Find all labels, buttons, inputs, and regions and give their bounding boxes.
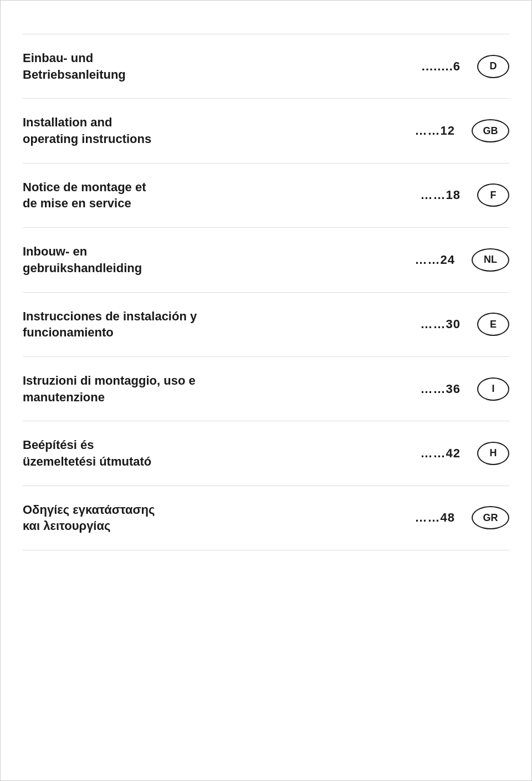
toc-badge-fr: F: [477, 183, 509, 207]
toc-row-nl: Inbouw- engebruikshandleiding……24NL: [23, 228, 509, 292]
toc-badge-hu: H: [477, 442, 509, 465]
toc-title-line1-it: Istruzioni di montaggio, uso e: [23, 374, 196, 387]
toc-title-line1-fr: Notice de montage et: [23, 180, 146, 194]
toc-container: Einbau- undBetriebsanleitung........6DIn…: [1, 23, 531, 561]
toc-title-it: Istruzioni di montaggio, uso emanutenzio…: [23, 372, 233, 405]
toc-title-en: Installation andoperating instructions: [23, 114, 233, 147]
toc-title-line1-nl: Inbouw- en: [23, 244, 87, 258]
toc-badge-en: GB: [472, 119, 509, 142]
toc-page-nl: ……24: [415, 253, 455, 267]
toc-row-it: Istruzioni di montaggio, uso emanutenzio…: [23, 357, 509, 421]
toc-badge-es: E: [477, 313, 509, 336]
toc-title-hu: Beépítési ésüzemeltetési útmutató: [23, 437, 233, 469]
toc-title-line1-gr: Οδηγίες εγκατάστασης: [23, 503, 155, 517]
toc-title-line2-nl: gebruikshandleiding: [23, 261, 142, 275]
toc-right-es: ……30E: [421, 313, 509, 336]
toc-title-gr: Οδηγίες εγκατάστασηςκαι λειτουργίας: [23, 502, 233, 534]
toc-row-hu: Beépítési ésüzemeltetési útmutató……42H: [23, 421, 509, 486]
toc-title-de: Einbau- undBetriebsanleitung: [23, 50, 233, 83]
toc-page-fr: ……18: [421, 188, 461, 202]
toc-right-en: ……12GB: [415, 119, 509, 142]
toc-right-fr: ……18F: [421, 183, 509, 207]
toc-title-nl: Inbouw- engebruikshandleiding: [23, 243, 233, 276]
toc-title-line2-it: manutenzione: [23, 390, 105, 404]
toc-page-gr: ……48: [415, 511, 455, 525]
toc-title-line1-hu: Beépítési és: [23, 438, 94, 452]
toc-right-hu: ……42H: [421, 442, 509, 465]
toc-title-line1-en: Installation and: [23, 115, 112, 129]
toc-badge-nl: NL: [472, 248, 509, 272]
toc-title-line2-en: operating instructions: [23, 132, 151, 146]
toc-title-fr: Notice de montage etde mise en service: [23, 179, 233, 212]
toc-title-es: Instrucciones de instalación yfuncionami…: [23, 308, 233, 341]
toc-title-line1-de: Einbau- und: [23, 51, 93, 65]
toc-badge-de: D: [477, 55, 509, 78]
toc-right-nl: ……24NL: [415, 248, 509, 272]
toc-badge-it: I: [477, 377, 509, 401]
toc-page-hu: ……42: [421, 446, 461, 461]
toc-title-line2-fr: de mise en service: [23, 196, 131, 210]
toc-title-line2-es: funcionamiento: [23, 325, 114, 339]
toc-badge-gr: GR: [472, 506, 509, 529]
toc-row-gr: Οδηγίες εγκατάστασηςκαι λειτουργίας……48G…: [23, 486, 509, 550]
toc-page-de: ........6: [422, 59, 461, 74]
toc-row-fr: Notice de montage etde mise en service………: [23, 164, 509, 228]
toc-title-line1-es: Instrucciones de instalación y: [23, 309, 197, 323]
toc-right-de: ........6D: [421, 55, 509, 78]
toc-row-en: Installation andoperating instructions………: [23, 99, 509, 163]
toc-page-it: ……36: [421, 382, 461, 396]
toc-title-line2-hu: üzemeltetési útmutató: [23, 455, 151, 468]
toc-right-it: ……36I: [421, 377, 509, 401]
toc-title-line2-gr: και λειτουργίας: [23, 519, 110, 533]
toc-right-gr: ……48GR: [415, 506, 509, 529]
toc-row-de: Einbau- undBetriebsanleitung........6D: [23, 34, 509, 99]
toc-title-line2-de: Betriebsanleitung: [23, 68, 126, 81]
toc-row-es: Instrucciones de instalación yfuncionami…: [23, 293, 509, 357]
toc-page-en: ……12: [415, 124, 455, 138]
toc-page-es: ……30: [421, 317, 461, 331]
